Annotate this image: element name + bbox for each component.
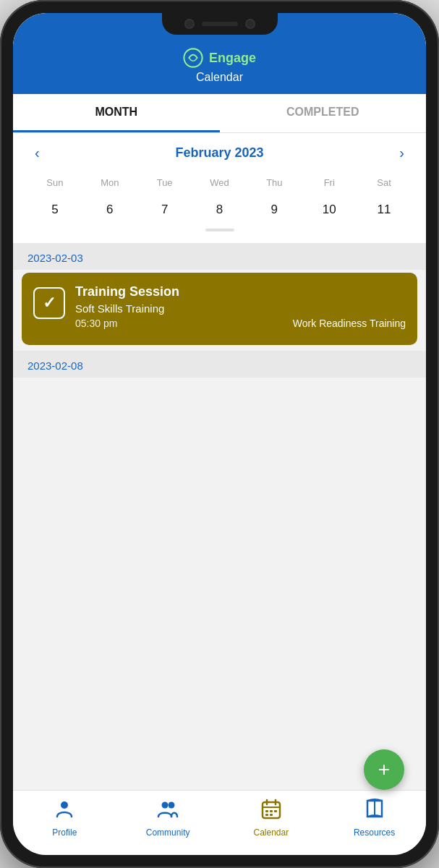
event-time: 05:30 pm	[75, 318, 117, 329]
svg-rect-9	[270, 810, 273, 812]
resources-icon	[364, 798, 385, 825]
date-5[interactable]: 5	[27, 197, 82, 223]
checkmark-icon: ✓	[43, 294, 56, 312]
date-8[interactable]: 8	[192, 197, 247, 223]
next-month-button[interactable]: ›	[392, 142, 412, 164]
event-checkbox[interactable]: ✓	[33, 287, 65, 319]
calendar-days-header: Sun Mon Tue Wed Thu Fri Sat	[27, 174, 412, 191]
header-title: Calendar	[196, 71, 243, 84]
scroll-dot	[205, 229, 234, 231]
tab-completed[interactable]: COMPLETED	[220, 94, 427, 132]
date-6[interactable]: 6	[82, 197, 137, 223]
calendar-section: ‹ February 2023 › Sun Mon Tue Wed Thu Fr…	[13, 133, 426, 243]
tab-bar: MONTH COMPLETED	[13, 94, 426, 133]
svg-rect-11	[265, 814, 268, 816]
day-thu: Thu	[247, 174, 302, 191]
date-10[interactable]: 10	[302, 197, 357, 223]
event-bottom-row: 05:30 pm Work Readiness Training	[75, 318, 406, 329]
date-9[interactable]: 9	[247, 197, 302, 223]
calendar-nav: ‹ February 2023 ›	[27, 142, 412, 164]
day-tue: Tue	[137, 174, 192, 191]
bottom-nav: Profile Community	[13, 790, 426, 855]
date-7[interactable]: 7	[137, 197, 192, 223]
event-tag: Work Readiness Training	[293, 318, 406, 329]
prev-month-button[interactable]: ‹	[27, 142, 47, 164]
day-sun: Sun	[27, 174, 82, 191]
day-sat: Sat	[357, 174, 412, 191]
event-subtitle: Soft Skills Training	[75, 302, 406, 315]
nav-item-profile[interactable]: Profile	[13, 798, 116, 838]
day-wed: Wed	[192, 174, 247, 191]
date-11[interactable]: 11	[357, 197, 412, 223]
tab-month[interactable]: MONTH	[13, 94, 220, 132]
event-content: Training Session Soft Skills Training 05…	[75, 284, 406, 329]
calendar-month-year: February 2023	[175, 145, 263, 161]
plus-icon: +	[378, 760, 390, 780]
svg-rect-8	[265, 810, 268, 812]
community-label: Community	[146, 827, 190, 838]
profile-label: Profile	[52, 827, 77, 838]
scroll-indicator	[27, 229, 412, 231]
svg-rect-10	[274, 810, 277, 812]
nav-item-community[interactable]: Community	[116, 798, 220, 838]
svg-rect-12	[270, 814, 273, 816]
add-event-fab[interactable]: +	[364, 749, 404, 790]
nav-item-resources[interactable]: Resources	[323, 798, 426, 838]
event-title: Training Session	[75, 284, 406, 299]
day-mon: Mon	[82, 174, 137, 191]
events-section: 2023-02-03 ✓ Training Session Soft Skill…	[13, 243, 426, 790]
day-fri: Fri	[302, 174, 357, 191]
calendar-dates: 5 6 7 8 9 10 11	[27, 197, 412, 223]
calendar-label: Calendar	[254, 827, 289, 838]
calendar-icon	[260, 798, 282, 825]
app-name: Engage	[209, 51, 256, 66]
svg-point-1	[61, 801, 68, 809]
svg-point-2	[162, 802, 169, 809]
event-card-training[interactable]: ✓ Training Session Soft Skills Training …	[22, 273, 417, 345]
svg-point-0	[184, 48, 202, 67]
profile-icon	[54, 798, 75, 825]
resources-label: Resources	[354, 827, 395, 838]
date-label-feb03: 2023-02-03	[13, 243, 426, 270]
logo-container: Engage	[183, 48, 256, 68]
svg-point-3	[169, 802, 175, 809]
date-label-feb08: 2023-02-08	[13, 351, 426, 378]
community-icon	[157, 798, 179, 825]
date-selected: 8	[192, 203, 247, 217]
nav-item-calendar[interactable]: Calendar	[220, 798, 323, 838]
engage-logo-icon	[183, 48, 203, 68]
